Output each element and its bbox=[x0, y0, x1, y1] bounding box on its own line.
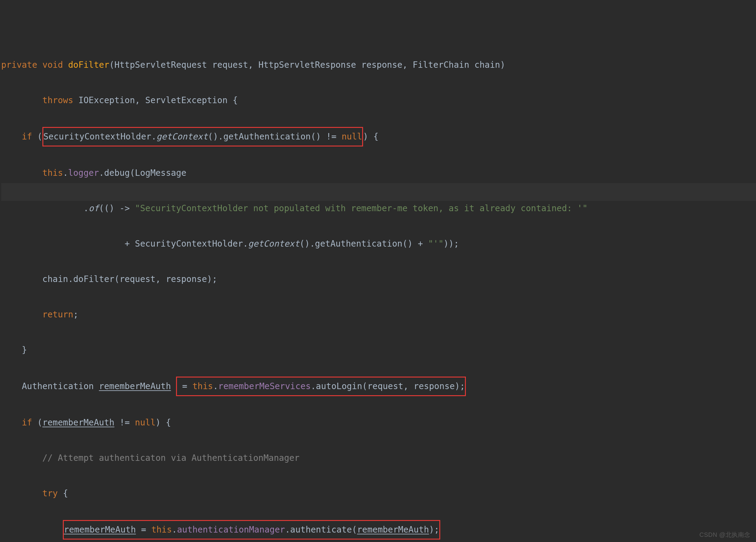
var-rememberMeAuth: rememberMeAuth bbox=[42, 418, 114, 428]
expr: ().getAuthentication() + bbox=[300, 239, 428, 249]
paren: ) bbox=[363, 131, 368, 142]
code-line: // Attempt authenticaton via Authenticat… bbox=[1, 449, 756, 467]
op: + bbox=[125, 239, 135, 249]
highlight-box-2: = this.rememberMeServices.autoLogin(requ… bbox=[176, 377, 466, 396]
op: = bbox=[136, 525, 151, 535]
keyword-null: null bbox=[135, 418, 155, 428]
keyword-if: if bbox=[22, 131, 32, 142]
static-call: getContext bbox=[157, 131, 208, 142]
highlight-box-3: rememberMeAuth = this.authenticationMana… bbox=[63, 520, 440, 540]
call: .autoLogin(request, response); bbox=[311, 381, 465, 391]
method-signature: (HttpServletRequest request, HttpServlet… bbox=[109, 60, 505, 70]
keyword-try: try bbox=[42, 488, 58, 498]
var-rememberMeAuth: rememberMeAuth bbox=[357, 525, 429, 535]
code-line: Authentication rememberMeAuth = this.rem… bbox=[1, 377, 756, 396]
var-rememberMeAuth: rememberMeAuth bbox=[64, 525, 136, 535]
keyword-private: private bbox=[1, 60, 37, 70]
field-logger: logger bbox=[68, 168, 99, 178]
keyword-if: if bbox=[22, 418, 32, 428]
brace: { bbox=[368, 131, 379, 142]
string-literal: "'" bbox=[428, 239, 444, 249]
expr: ().getAuthentication() bbox=[208, 131, 326, 142]
expr: SecurityContextHolder. bbox=[135, 239, 248, 249]
op: = bbox=[177, 381, 193, 391]
watermark: CSDN @北执南念 bbox=[699, 531, 751, 539]
lambda: (() -> bbox=[99, 203, 135, 213]
keyword-throws: throws bbox=[42, 95, 73, 105]
code-line: throws IOException, ServletException { bbox=[1, 91, 756, 109]
method-name: doFilter bbox=[68, 60, 109, 70]
static-call-of: of bbox=[89, 203, 99, 213]
comment: // Attempt authenticaton via Authenticat… bbox=[42, 453, 300, 463]
var-rememberMeAuth: rememberMeAuth bbox=[99, 381, 171, 391]
paren: ( bbox=[37, 131, 42, 142]
keyword-return: return bbox=[42, 310, 73, 320]
type: Authentication bbox=[22, 381, 99, 391]
field-authmgr: authenticationManager bbox=[177, 525, 285, 535]
string-literal: "SecurityContextHolder not populated wit… bbox=[135, 203, 587, 213]
code-line: this.logger.debug(LogMessage bbox=[1, 164, 756, 182]
code-line: + SecurityContextHolder.getContext().get… bbox=[1, 235, 756, 253]
keyword-this: this bbox=[193, 381, 213, 391]
expr: SecurityContextHolder. bbox=[43, 131, 157, 142]
code-editor: private void doFilter(HttpServletRequest… bbox=[0, 0, 756, 542]
op: != bbox=[326, 131, 342, 142]
brace: { bbox=[161, 418, 171, 428]
keyword-this: this bbox=[151, 525, 172, 535]
code-line: try { bbox=[1, 485, 756, 502]
close: ); bbox=[429, 525, 439, 535]
op: != bbox=[114, 418, 135, 428]
code-line: chain.doFilter(request, response); bbox=[1, 270, 756, 288]
code-line: .of(() -> "SecurityContextHolder not pop… bbox=[1, 199, 756, 217]
keyword-null: null bbox=[342, 131, 362, 142]
stmt: chain.doFilter(request, response); bbox=[42, 274, 217, 284]
call: .debug(LogMessage bbox=[99, 168, 186, 178]
code-line: if (SecurityContextHolder.getContext().g… bbox=[1, 127, 756, 146]
code-line: rememberMeAuth = this.authenticationMana… bbox=[1, 520, 756, 540]
call: .authenticate( bbox=[285, 525, 357, 535]
keyword-void: void bbox=[42, 60, 63, 70]
brace: } bbox=[22, 345, 27, 355]
code-line: return; bbox=[1, 306, 756, 324]
brace: { bbox=[58, 488, 68, 498]
keyword-this: this bbox=[42, 168, 63, 178]
code-line: private void doFilter(HttpServletRequest… bbox=[1, 56, 756, 74]
throws-list: IOException, ServletException { bbox=[78, 95, 238, 105]
field-rms: rememberMeServices bbox=[218, 381, 311, 391]
code-line: } bbox=[1, 341, 756, 359]
highlight-box-1: SecurityContextHolder.getContext().getAu… bbox=[42, 127, 363, 146]
code-line: if (rememberMeAuth != null) { bbox=[1, 414, 756, 432]
static-call: getContext bbox=[248, 239, 300, 249]
close: )); bbox=[444, 239, 459, 249]
